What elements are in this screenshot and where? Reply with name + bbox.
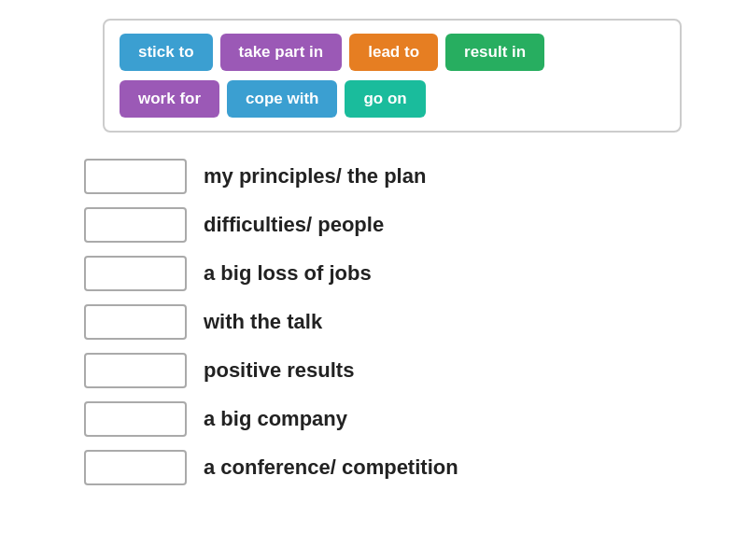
chip-stick-to[interactable]: stick to	[120, 34, 213, 71]
answer-label-4: with the talk	[204, 310, 322, 334]
word-bank-row-2: work forcope withgo on	[120, 80, 665, 118]
answer-input-7[interactable]	[84, 450, 187, 485]
answer-row-2: difficulties/ people	[84, 207, 691, 243]
answer-input-5[interactable]	[84, 353, 187, 388]
answer-row-4: with the talk	[84, 304, 691, 340]
chip-lead-to[interactable]: lead to	[349, 34, 438, 71]
answer-input-2[interactable]	[84, 207, 187, 243]
answer-label-1: my principles/ the plan	[204, 164, 426, 189]
chip-cope-with[interactable]: cope with	[227, 80, 337, 118]
answer-input-4[interactable]	[84, 304, 187, 340]
answer-row-7: a conference/ competition	[84, 450, 691, 485]
answer-input-1[interactable]	[84, 159, 187, 194]
chip-go-on[interactable]: go on	[345, 80, 425, 118]
word-bank: stick totake part inlead toresult in wor…	[103, 19, 682, 133]
answer-input-6[interactable]	[84, 401, 187, 437]
answer-label-7: a conference/ competition	[204, 455, 458, 480]
answer-label-2: difficulties/ people	[204, 213, 384, 237]
word-bank-row-1: stick totake part inlead toresult in	[120, 34, 665, 71]
answer-input-3[interactable]	[84, 256, 187, 291]
chip-work-for[interactable]: work for	[120, 80, 219, 118]
answer-row-3: a big loss of jobs	[84, 256, 691, 291]
answer-label-3: a big loss of jobs	[204, 261, 372, 286]
answer-row-5: positive results	[84, 353, 691, 388]
answer-label-6: a big company	[204, 407, 347, 431]
chip-take-part-in[interactable]: take part in	[220, 34, 343, 71]
answer-row-6: a big company	[84, 401, 691, 437]
answer-label-5: positive results	[204, 358, 354, 383]
answer-list: my principles/ the plandifficulties/ peo…	[56, 159, 691, 485]
answer-row-1: my principles/ the plan	[84, 159, 691, 194]
chip-result-in[interactable]: result in	[445, 34, 544, 71]
